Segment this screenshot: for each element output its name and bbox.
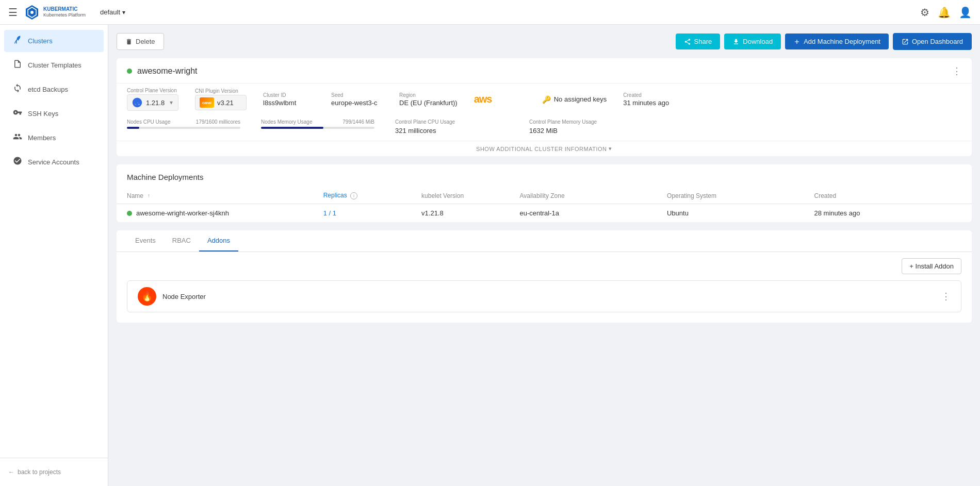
- sidebar-item-clusters[interactable]: Clusters: [4, 30, 104, 52]
- control-plane-version: 1.21.8: [146, 99, 165, 107]
- sort-icon: ↑: [148, 193, 150, 198]
- control-plane-version-select[interactable]: 1.21.8 ▾: [127, 94, 178, 111]
- cp-memory-value: 1632 MiB: [529, 127, 643, 135]
- service-accounts-icon: [12, 156, 23, 168]
- cluster-id-block: Cluster ID l8ss9wlbmt: [263, 92, 315, 107]
- deployment-os-cell: Ubuntu: [667, 209, 814, 217]
- cp-cpu-label: Control Plane CPU Usage: [395, 119, 455, 125]
- ssh-keys-value: 🔑 No assigned keys: [542, 95, 607, 104]
- sidebar-service-accounts-label: Service Accounts: [28, 158, 79, 166]
- settings-icon[interactable]: ⚙: [920, 6, 929, 19]
- hamburger-menu[interactable]: ☰: [8, 6, 18, 19]
- add-machine-deployment-button[interactable]: Add Machine Deployment: [785, 33, 889, 49]
- show-more-button[interactable]: SHOW ADDITIONAL CLUSTER INFORMATION ▾: [117, 141, 972, 156]
- logo-text-line2: Kubernetes Platform: [43, 12, 86, 18]
- region-label: Region: [399, 92, 458, 98]
- cp-memory-label: Control Plane Memory Usage: [529, 119, 597, 125]
- aws-text: aws: [474, 93, 492, 105]
- provider-block: aws: [474, 93, 526, 105]
- notifications-icon[interactable]: 🔔: [938, 6, 951, 19]
- download-button[interactable]: Download: [724, 33, 781, 49]
- seed-block: Seed europe-west3-c: [331, 92, 383, 107]
- deployment-os: Ubuntu: [667, 209, 689, 217]
- usage-row: Nodes CPU Usage 179/1600 millicores Node…: [117, 117, 972, 141]
- members-icon: [12, 132, 23, 144]
- machine-deployments-card: Machine Deployments Name ↑ Replicas i ku…: [117, 164, 972, 222]
- ssh-keys-block: 🔑 No assigned keys: [542, 95, 607, 104]
- cni-version-box: canal v3.21: [195, 95, 247, 110]
- col-header-az: Availability Zone: [519, 192, 667, 199]
- project-name: default: [100, 8, 120, 16]
- sidebar-ssh-keys-label: SSH Keys: [28, 110, 58, 118]
- tabs-row: Events RBAC Addons: [117, 230, 972, 252]
- deployment-az-cell: eu-central-1a: [519, 209, 667, 217]
- open-dashboard-button[interactable]: Open Dashboard: [893, 33, 972, 50]
- cp-memory-block: Control Plane Memory Usage 1632 MiB: [529, 119, 643, 135]
- created-label: Created: [623, 92, 675, 98]
- add-icon: [793, 38, 801, 45]
- region-block: Region DE (EU (Frankfurt)): [399, 92, 458, 107]
- table-row[interactable]: awesome-wright-worker-sj4knh 1 / 1 v1.21…: [117, 204, 972, 222]
- created-block: Created 31 minutes ago: [623, 92, 675, 107]
- tab-addons[interactable]: Addons: [199, 230, 238, 252]
- nodes-cpu-bar-fill: [127, 127, 139, 129]
- nodes-memory-bar-fill: [261, 127, 323, 129]
- replicas-info-icon[interactable]: i: [350, 192, 357, 199]
- tab-rbac-label: RBAC: [172, 237, 191, 244]
- nodes-cpu-value: 179/1600 millicores: [196, 119, 240, 125]
- deployment-created-cell: 28 minutes ago: [814, 209, 961, 217]
- deployment-replicas-cell: 1 / 1: [323, 209, 421, 217]
- download-icon: [732, 38, 740, 45]
- back-label: back to projects: [18, 468, 61, 476]
- deployment-kubelet-cell: v1.21.8: [421, 209, 519, 217]
- logo-text-line1: KUBERMATIC: [43, 6, 86, 12]
- control-plane-block: Control Plane Version 1.21.8 ▾: [127, 88, 178, 111]
- sidebar-item-members[interactable]: Members: [4, 127, 104, 149]
- back-to-projects[interactable]: ← back to projects: [4, 464, 104, 480]
- delete-label: Delete: [136, 38, 155, 45]
- canal-logo: canal: [200, 97, 214, 108]
- logo-icon: [24, 4, 40, 21]
- addon-more-button[interactable]: ⋮: [941, 291, 951, 302]
- sidebar-etcd-backups-label: etcd Backups: [28, 86, 68, 93]
- delete-icon: [125, 38, 133, 45]
- logo: KUBERMATIC Kubernetes Platform: [24, 4, 86, 21]
- deployment-az: eu-central-1a: [519, 209, 559, 217]
- kubernetes-icon: [132, 97, 143, 108]
- aws-logo: aws: [474, 93, 526, 105]
- sidebar-item-ssh-keys[interactable]: SSH Keys: [4, 103, 104, 125]
- show-more-chevron-icon: ▾: [609, 145, 612, 152]
- col-header-name: Name ↑: [127, 192, 323, 199]
- sidebar-item-etcd-backups[interactable]: etcd Backups: [4, 78, 104, 100]
- delete-button[interactable]: Delete: [117, 33, 164, 50]
- ssh-keys-icon: [12, 108, 23, 120]
- cluster-more-button[interactable]: ⋮: [952, 65, 961, 77]
- tab-rbac[interactable]: RBAC: [164, 230, 199, 252]
- back-arrow-icon: ←: [8, 468, 14, 476]
- tabs-card: Events RBAC Addons + Install Addon: [117, 230, 972, 323]
- account-icon[interactable]: 👤: [959, 6, 972, 19]
- install-addon-button[interactable]: + Install Addon: [902, 258, 961, 274]
- nodes-cpu-block: Nodes CPU Usage 179/1600 millicores: [127, 119, 240, 135]
- share-button[interactable]: Share: [676, 33, 721, 49]
- cluster-id-value: l8ss9wlbmt: [263, 99, 315, 107]
- chevron-down-icon: ▾: [122, 9, 125, 16]
- flame-icon: 🔥: [141, 291, 153, 302]
- cni-label: CNI Plugin Version: [195, 88, 247, 94]
- sidebar-item-cluster-templates[interactable]: Cluster Templates: [4, 54, 104, 76]
- open-external-icon: [902, 38, 909, 45]
- addon-item: 🔥 Node Exporter ⋮: [127, 280, 961, 312]
- sidebar-item-service-accounts[interactable]: Service Accounts: [4, 151, 104, 173]
- cluster-name: awesome-wright: [137, 66, 197, 76]
- download-label: Download: [743, 38, 773, 45]
- col-header-replicas: Replicas i: [323, 192, 421, 199]
- nodes-cpu-label: Nodes CPU Usage: [127, 119, 170, 125]
- tab-events[interactable]: Events: [127, 230, 164, 252]
- page-header: Delete Share Download Add Machine Deploy…: [117, 33, 972, 50]
- cluster-info-row: Control Plane Version 1.21.8 ▾ CNI Plugi…: [117, 83, 972, 117]
- project-selector[interactable]: default ▾: [96, 6, 129, 18]
- cp-cpu-block: Control Plane CPU Usage 321 millicores: [395, 119, 509, 135]
- tab-events-label: Events: [135, 237, 156, 244]
- machine-deployments-table-header: Name ↑ Replicas i kubelet Version Availa…: [117, 188, 972, 204]
- show-more-label: SHOW ADDITIONAL CLUSTER INFORMATION: [476, 146, 607, 152]
